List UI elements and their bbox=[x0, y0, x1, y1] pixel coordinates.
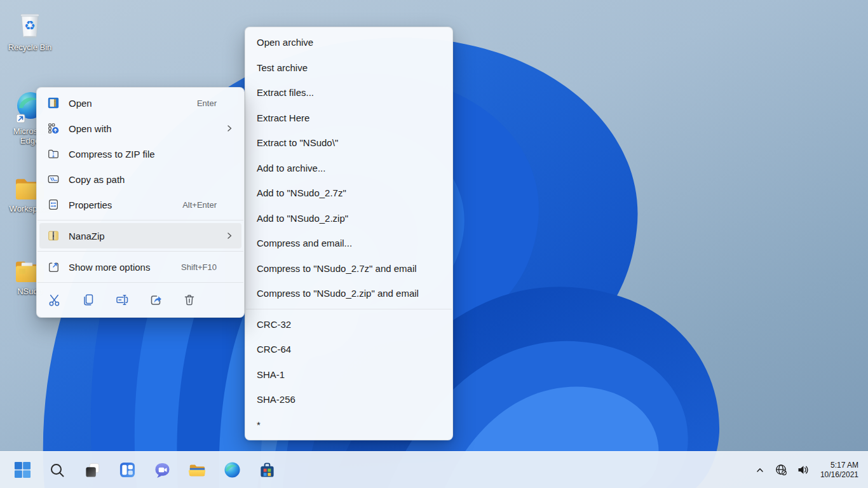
quick-action-row bbox=[37, 285, 244, 315]
menu-item-label: Open with bbox=[69, 123, 224, 134]
store-button[interactable] bbox=[253, 456, 281, 484]
chat-icon bbox=[154, 461, 171, 478]
menu-item-shortcut: Alt+Enter bbox=[182, 200, 217, 210]
edge-icon bbox=[224, 461, 241, 478]
windows-logo-icon bbox=[14, 461, 31, 478]
submenu-item-compress-zip-email[interactable]: Compress to "NSudo_2.zip" and email bbox=[245, 281, 452, 306]
submenu-item-open-archive[interactable]: Open archive bbox=[245, 30, 452, 55]
menu-item-shortcut: Shift+F10 bbox=[181, 262, 217, 272]
clock-date: 10/16/2021 bbox=[820, 470, 858, 480]
task-view-button[interactable] bbox=[78, 456, 106, 484]
file-explorer-button[interactable] bbox=[183, 456, 211, 484]
nanazip-submenu: Open archive Test archive Extract files.… bbox=[245, 27, 453, 440]
menu-item-label: Copy as path bbox=[69, 174, 234, 185]
menu-item-label: Compress to ZIP file bbox=[69, 149, 234, 159]
submenu-item-compress-and-email[interactable]: Compress and email... bbox=[245, 231, 452, 256]
menu-item-compress-zip[interactable]: Compress to ZIP file bbox=[39, 141, 241, 166]
submenu-item-sha-256[interactable]: SHA-256 bbox=[245, 387, 452, 412]
menu-item-label: Properties bbox=[69, 200, 182, 210]
archive-file-icon bbox=[46, 96, 60, 110]
submenu-item-extract-to[interactable]: Extract to "NSudo\" bbox=[245, 130, 452, 156]
start-button[interactable] bbox=[8, 456, 36, 484]
delete-icon[interactable] bbox=[182, 292, 197, 308]
submenu-item-extract-files[interactable]: Extract files... bbox=[245, 80, 452, 105]
clock-time: 5:17 AM bbox=[820, 461, 858, 470]
submenu-item-add-to-zip[interactable]: Add to "NSudo_2.zip" bbox=[245, 206, 452, 231]
menu-item-properties[interactable]: Properties Alt+Enter bbox=[39, 192, 241, 217]
desktop-icon-recycle-bin[interactable]: ♻ Recycle Bin bbox=[6, 5, 53, 52]
taskbar: 5:17 AM 10/16/2021 bbox=[0, 451, 868, 488]
nanazip-icon bbox=[46, 229, 60, 243]
menu-item-open[interactable]: Open Enter bbox=[39, 90, 241, 116]
context-menu: Open Enter Open with Com bbox=[36, 87, 245, 318]
task-view-icon bbox=[84, 461, 101, 478]
submenu-item-compress-7z-email[interactable]: Compress to "NSudo_2.7z" and email bbox=[245, 256, 452, 281]
menu-item-label: Open bbox=[69, 98, 197, 109]
show-more-icon bbox=[46, 260, 60, 274]
properties-icon bbox=[46, 198, 60, 212]
cut-icon[interactable] bbox=[47, 292, 62, 308]
search-button[interactable] bbox=[43, 456, 71, 484]
submenu-item-crc-32[interactable]: CRC-32 bbox=[245, 312, 452, 337]
menu-item-label: NanaZip bbox=[69, 231, 224, 241]
copy-icon[interactable] bbox=[81, 292, 96, 308]
chevron-right-icon bbox=[224, 231, 234, 241]
taskbar-buttons bbox=[0, 456, 281, 484]
volume-icon[interactable] bbox=[795, 462, 811, 478]
menu-item-copy-as-path[interactable]: Copy as path bbox=[39, 166, 241, 192]
taskbar-clock[interactable]: 5:17 AM 10/16/2021 bbox=[817, 461, 858, 480]
desktop-icon-label: Recycle Bin bbox=[6, 43, 53, 52]
edge-button[interactable] bbox=[218, 456, 246, 484]
system-tray: 5:17 AM 10/16/2021 bbox=[752, 461, 868, 480]
hidden-icons-chevron-icon[interactable] bbox=[752, 462, 768, 478]
menu-item-open-with[interactable]: Open with bbox=[39, 116, 241, 141]
submenu-item-extract-here[interactable]: Extract Here bbox=[245, 105, 452, 131]
recycle-bin-icon: ♻ bbox=[6, 5, 53, 41]
menu-item-show-more-options[interactable]: Show more options Shift+F10 bbox=[39, 254, 241, 280]
menu-separator bbox=[37, 220, 243, 220]
chat-button[interactable] bbox=[148, 456, 176, 484]
submenu-separator bbox=[246, 309, 452, 309]
submenu-item-sha-1[interactable]: SHA-1 bbox=[245, 362, 452, 388]
open-with-icon bbox=[46, 121, 60, 135]
submenu-item-add-to-archive[interactable]: Add to archive... bbox=[245, 156, 452, 181]
network-offline-icon[interactable] bbox=[773, 462, 790, 478]
menu-item-nanazip[interactable]: NanaZip bbox=[39, 223, 241, 248]
file-explorer-icon bbox=[188, 461, 206, 479]
menu-item-label: Show more options bbox=[69, 262, 181, 273]
submenu-item-add-to-7z[interactable]: Add to "NSudo_2.7z" bbox=[245, 180, 452, 206]
submenu-item-test-archive[interactable]: Test archive bbox=[245, 55, 452, 81]
search-icon bbox=[49, 462, 65, 478]
menu-separator bbox=[37, 282, 243, 283]
store-icon bbox=[259, 461, 276, 478]
share-icon[interactable] bbox=[148, 292, 163, 308]
copy-path-icon bbox=[46, 172, 60, 186]
menu-separator bbox=[37, 251, 243, 252]
chevron-right-icon bbox=[224, 123, 234, 133]
submenu-item-star[interactable]: * bbox=[245, 412, 452, 438]
submenu-item-crc-64[interactable]: CRC-64 bbox=[245, 337, 452, 362]
widgets-icon bbox=[119, 461, 136, 478]
zip-folder-icon bbox=[46, 147, 60, 161]
rename-icon[interactable] bbox=[114, 292, 130, 308]
menu-item-shortcut: Enter bbox=[197, 98, 217, 108]
widgets-button[interactable] bbox=[113, 456, 141, 484]
svg-text:♻: ♻ bbox=[24, 18, 36, 32]
